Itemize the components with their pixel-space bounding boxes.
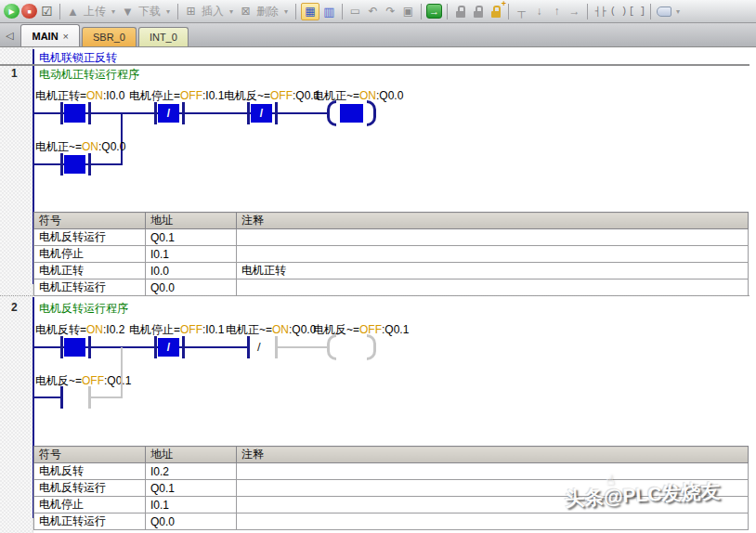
bookmark-prev-icon[interactable]: ↶ bbox=[365, 3, 381, 20]
toolbar-separator bbox=[421, 4, 422, 20]
program-status-off-button[interactable]: ▥ bbox=[321, 3, 337, 20]
toolbar-separator bbox=[508, 4, 509, 20]
wire-down-icon[interactable]: ↓ bbox=[531, 3, 547, 20]
nc-contact-open[interactable]: / bbox=[247, 336, 278, 358]
add-password-lock-icon[interactable]: + bbox=[488, 3, 503, 20]
tab-int0-label: INT_0 bbox=[150, 32, 177, 43]
compile-button[interactable]: ☑ bbox=[39, 3, 55, 20]
toolbar-separator bbox=[295, 4, 296, 20]
tab-main[interactable]: MAIN × bbox=[20, 24, 80, 46]
bookmark-next-icon[interactable]: ↷ bbox=[383, 3, 398, 20]
symbol-table-header-row: 符号 地址 注释 bbox=[34, 213, 749, 229]
snapshot-icon[interactable]: ▣ bbox=[400, 3, 416, 20]
toolbar-separator bbox=[587, 4, 588, 20]
table-row[interactable]: 电机反转 I0.2 bbox=[34, 463, 749, 480]
symbol-table-header-row: 符号 地址 注释 bbox=[34, 447, 749, 463]
tab-sbr0[interactable]: SBR_0 bbox=[82, 27, 137, 46]
delete-button-label[interactable]: 删除 bbox=[255, 4, 280, 20]
no-contact[interactable] bbox=[60, 102, 91, 124]
nc-contact[interactable]: / bbox=[247, 102, 278, 124]
download-icon[interactable]: ▼ bbox=[120, 3, 136, 20]
no-contact[interactable] bbox=[60, 336, 91, 358]
network-comment[interactable]: 电动机正转运行程序 bbox=[39, 67, 139, 83]
download-dropdown-icon[interactable]: ▾ bbox=[163, 7, 173, 16]
address-tag-dropdown-icon[interactable]: ▾ bbox=[673, 7, 683, 16]
program-status-on-button[interactable]: ▦ bbox=[301, 3, 319, 20]
header-comment: 注释 bbox=[237, 447, 749, 463]
run-button[interactable]: ▶ bbox=[4, 4, 20, 19]
wire-right-icon[interactable]: → bbox=[567, 3, 582, 20]
bookmark-toggle-icon[interactable]: ▭ bbox=[347, 3, 363, 20]
nc-slash: / bbox=[260, 107, 263, 120]
upload-icon[interactable]: ▲ bbox=[65, 3, 81, 20]
toolbar: ▶ ■ ☑ ▲ 上传 ▾ ▼ 下载 ▾ ⊞ 插入 ▾ ⊠ 删除 ▾ ▦ ▥ ▭ … bbox=[0, 0, 756, 23]
stop-icon: ■ bbox=[27, 8, 31, 15]
tab-scroll-left-icon[interactable]: ◁ bbox=[6, 30, 13, 42]
nc-contact[interactable]: / bbox=[154, 336, 185, 358]
address-tag-icon[interactable] bbox=[656, 3, 671, 20]
insert-icon[interactable]: ⊞ bbox=[183, 3, 199, 20]
network-number: 1 bbox=[11, 67, 18, 80]
delete-dropdown-icon[interactable]: ▾ bbox=[281, 7, 291, 16]
insert-button-label[interactable]: 插入 bbox=[201, 4, 225, 20]
coil-left-paren bbox=[327, 100, 336, 126]
network-gutter bbox=[0, 47, 33, 533]
goto-button[interactable]: → bbox=[426, 4, 442, 19]
toolbar-separator bbox=[177, 4, 178, 20]
chart-status-icon: ▥ bbox=[323, 5, 334, 19]
nc-slash: / bbox=[167, 341, 170, 354]
no-contact-open[interactable] bbox=[60, 386, 91, 409]
wire-up-icon[interactable]: ↑ bbox=[549, 3, 565, 20]
tab-close-icon[interactable]: × bbox=[63, 31, 69, 42]
insert-coil-icon[interactable]: ( ) bbox=[610, 3, 627, 20]
upload-button-label[interactable]: 上传 bbox=[83, 4, 107, 20]
output-coil[interactable] bbox=[327, 100, 376, 126]
header-symbol: 符号 bbox=[34, 447, 146, 463]
table-row[interactable]: 电机反转运行 Q0.1 bbox=[34, 229, 749, 246]
toolbar-separator bbox=[59, 4, 60, 20]
nc-contact[interactable]: / bbox=[154, 102, 185, 124]
download-button-label[interactable]: 下载 bbox=[137, 4, 162, 20]
unlock-icon[interactable] bbox=[470, 3, 486, 20]
toolbar-separator bbox=[447, 4, 448, 20]
network-number: 2 bbox=[11, 301, 18, 314]
symbol-table: 符号 地址 注释 电机反转运行 Q0.1 电机停止 I0.1 电机正转 I0.0… bbox=[33, 212, 749, 296]
upload-dropdown-icon[interactable]: ▾ bbox=[109, 7, 118, 16]
tab-int0[interactable]: INT_0 bbox=[138, 27, 189, 46]
editor-tab-bar: ◁ MAIN × SBR_0 INT_0 bbox=[0, 23, 756, 47]
table-row[interactable]: 电机停止 I0.1 bbox=[34, 246, 749, 263]
run-icon: ▶ bbox=[8, 7, 14, 16]
ladder-editor: 电机联锁正反转 1 电动机正转运行程序 电机正转=ON:I0.0 电机停止=OF… bbox=[0, 47, 756, 533]
network-comment[interactable]: 电机反转运行程序 bbox=[39, 301, 128, 317]
header-address: 地址 bbox=[146, 447, 237, 463]
table-row[interactable]: 电机正转运行 Q0.0 bbox=[34, 280, 749, 296]
no-contact[interactable] bbox=[60, 153, 91, 176]
header-symbol: 符号 bbox=[34, 213, 146, 229]
toolbar-separator bbox=[650, 4, 651, 20]
tab-main-label: MAIN bbox=[32, 31, 58, 42]
coil-right-paren bbox=[367, 334, 376, 360]
rung-wire-unpowered bbox=[278, 346, 329, 348]
header-address: 地址 bbox=[146, 213, 237, 229]
compile-icon: ☑ bbox=[41, 4, 53, 19]
table-row[interactable]: 电机正转运行 Q0.0 bbox=[34, 514, 749, 530]
title-divider bbox=[0, 64, 749, 66]
program-status-icon: ▦ bbox=[305, 5, 315, 18]
wire-branch-icon[interactable]: ┬ bbox=[514, 3, 529, 20]
tab-sbr0-label: SBR_0 bbox=[93, 32, 125, 43]
output-coil-unpowered[interactable] bbox=[327, 334, 376, 360]
table-row[interactable]: 电机正转 I0.0 电机正转 bbox=[34, 263, 749, 280]
lock-icon[interactable] bbox=[452, 3, 468, 20]
insert-box-icon[interactable]: [ ] bbox=[629, 3, 645, 20]
insert-contact-icon[interactable]: ┤├ bbox=[593, 3, 608, 20]
branch-wire-unpowered bbox=[90, 396, 123, 398]
branch-wire bbox=[33, 396, 62, 398]
toolbar-separator bbox=[342, 4, 343, 20]
branch-junction-wire-unpowered bbox=[121, 347, 123, 398]
header-comment: 注释 bbox=[237, 213, 749, 229]
insert-dropdown-icon[interactable]: ▾ bbox=[227, 7, 236, 16]
coil-right-paren bbox=[367, 100, 376, 126]
stop-button[interactable]: ■ bbox=[21, 4, 37, 19]
network-divider bbox=[0, 295, 749, 296]
delete-icon[interactable]: ⊠ bbox=[238, 3, 254, 20]
